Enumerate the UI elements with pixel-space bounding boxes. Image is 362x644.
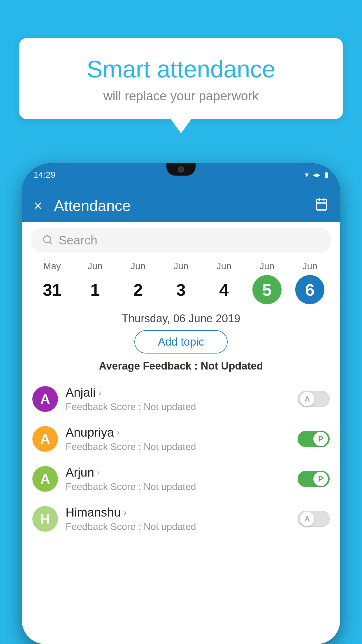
toggle-knob: A [300, 392, 314, 406]
feedback-score: Feedback Score : Not updated [66, 401, 290, 412]
wifi-icon: ▾ [305, 170, 309, 179]
attendance-toggle[interactable]: A [298, 391, 330, 407]
avatar: A [32, 386, 58, 412]
avatar: H [32, 506, 58, 532]
toggle-knob: P [313, 472, 328, 486]
calendar-day[interactable]: Jun3 [166, 261, 196, 304]
cal-date-number: 4 [209, 275, 238, 304]
calendar-day[interactable]: Jun5 [252, 261, 282, 304]
cal-month-label: Jun [259, 261, 275, 272]
student-item[interactable]: AAnupriya ›Feedback Score : Not updatedP [28, 419, 334, 459]
cal-month-label: Jun [131, 261, 146, 272]
student-info: Anupriya ›Feedback Score : Not updated [66, 426, 290, 452]
student-info: Arjun ›Feedback Score : Not updated [66, 466, 290, 492]
cal-month-label: May [43, 261, 61, 272]
phone-screen: Search May31Jun1Jun2Jun3Jun4Jun5Jun6 Thu… [22, 222, 340, 644]
toggle-knob: P [313, 432, 328, 446]
notch [166, 163, 196, 176]
signal-icon: ◂▸ [313, 170, 320, 179]
feedback-value: Not Updated [201, 360, 263, 372]
status-icons: ▾ ◂▸ ▮ [305, 170, 328, 179]
add-topic-button[interactable]: Add topic [134, 330, 228, 354]
student-name: Himanshu › [66, 505, 290, 519]
feedback-label: Average Feedback : [99, 360, 201, 372]
battery-icon: ▮ [324, 170, 328, 179]
cal-date-number: 31 [38, 275, 67, 304]
search-placeholder: Search [59, 233, 97, 247]
calendar-icon[interactable] [314, 197, 328, 214]
close-button[interactable]: × [34, 197, 42, 214]
feedback-score: Feedback Score : Not updated [66, 521, 290, 532]
camera [178, 166, 184, 173]
phone-frame: 14:29 ▾ ◂▸ ▮ × Attendance [22, 163, 340, 644]
attendance-toggle[interactable]: A [298, 511, 330, 527]
selected-date: Thursday, 06 June 2019 [22, 312, 340, 325]
cal-date-number: 3 [166, 275, 196, 304]
student-item[interactable]: AAnjali ›Feedback Score : Not updatedA [28, 379, 334, 419]
student-info: Himanshu ›Feedback Score : Not updated [66, 505, 290, 532]
avatar: A [32, 466, 58, 492]
student-item[interactable]: AArjun ›Feedback Score : Not updatedP [28, 459, 334, 499]
cal-month-label: Jun [302, 261, 317, 272]
calendar-day[interactable]: Jun4 [209, 261, 238, 304]
speech-bubble: Smart attendance will replace your paper… [19, 38, 343, 119]
cal-month-label: Jun [173, 261, 189, 272]
cal-date-number: 1 [80, 275, 110, 304]
app-header: × Attendance [22, 190, 340, 222]
toggle-knob: A [300, 512, 314, 526]
attendance-toggle[interactable]: P [298, 431, 330, 447]
chevron-icon: › [97, 468, 100, 477]
svg-rect-0 [316, 200, 327, 210]
header-title: Attendance [54, 197, 314, 214]
student-name: Anjali › [66, 386, 290, 400]
student-info: Anjali ›Feedback Score : Not updated [66, 386, 290, 412]
cal-month-label: Jun [87, 261, 103, 272]
attendance-toggle[interactable]: P [298, 471, 330, 487]
feedback-score: Feedback Score : Not updated [66, 481, 290, 492]
student-item[interactable]: HHimanshu ›Feedback Score : Not updatedA [28, 499, 334, 539]
average-feedback: Average Feedback : Not Updated [22, 360, 340, 372]
chevron-icon: › [124, 508, 126, 517]
cal-date-number: 5 [252, 275, 282, 304]
cal-month-label: Jun [217, 261, 232, 272]
student-name: Arjun › [66, 466, 290, 480]
svg-line-5 [50, 242, 52, 244]
search-bar[interactable]: Search [31, 228, 331, 253]
student-list: AAnjali ›Feedback Score : Not updatedAAA… [22, 379, 340, 539]
cal-date-number: 2 [124, 275, 153, 304]
calendar-day[interactable]: May31 [38, 261, 67, 304]
student-name: Anupriya › [66, 426, 290, 440]
avatar: A [32, 426, 58, 452]
status-bar-area: 14:29 ▾ ◂▸ ▮ [22, 163, 340, 190]
calendar-day[interactable]: Jun2 [124, 261, 153, 304]
bubble-title: Smart attendance [39, 55, 323, 83]
status-time: 14:29 [34, 170, 55, 180]
cal-date-number: 6 [295, 275, 324, 304]
chevron-icon: › [117, 428, 120, 438]
feedback-score: Feedback Score : Not updated [66, 441, 290, 452]
search-icon [42, 235, 53, 246]
calendar-day[interactable]: Jun6 [295, 261, 324, 304]
bubble-subtitle: will replace your paperwork [39, 89, 323, 103]
calendar-day[interactable]: Jun1 [80, 261, 110, 304]
chevron-icon: › [99, 388, 101, 398]
calendar-strip: May31Jun1Jun2Jun3Jun4Jun5Jun6 [22, 258, 340, 304]
